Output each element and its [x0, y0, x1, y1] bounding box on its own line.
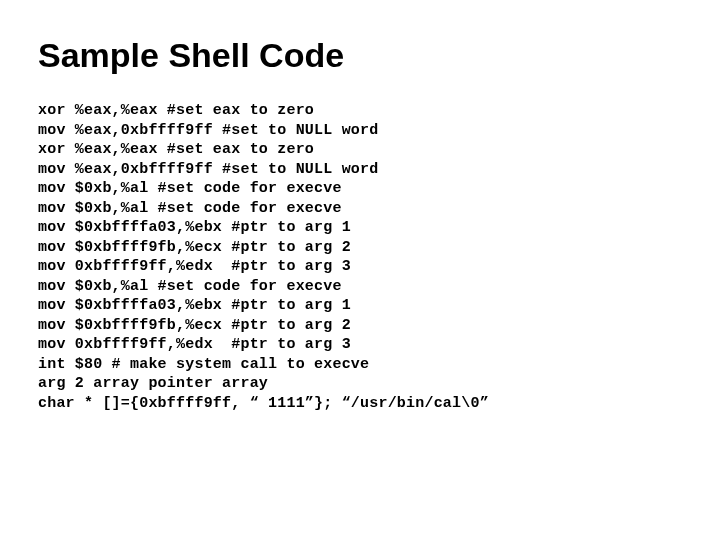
code-line: mov $0xbffff9fb,%ecx #ptr to arg 2 — [38, 238, 682, 258]
code-line: mov $0xbffffa03,%ebx #ptr to arg 1 — [38, 218, 682, 238]
slide-title: Sample Shell Code — [38, 36, 682, 75]
code-line: mov $0xb,%al #set code for execve — [38, 277, 682, 297]
code-line: mov $0xb,%al #set code for execve — [38, 199, 682, 219]
code-line: mov %eax,0xbffff9ff #set to NULL word — [38, 160, 682, 180]
code-line: int $80 # make system call to execve — [38, 355, 682, 375]
code-line: arg 2 array pointer array — [38, 374, 682, 394]
code-line: mov $0xbffff9fb,%ecx #ptr to arg 2 — [38, 316, 682, 336]
code-line: char * []={0xbffff9ff, “ 1111”}; “/usr/b… — [38, 394, 682, 414]
code-line: mov $0xbffffa03,%ebx #ptr to arg 1 — [38, 296, 682, 316]
code-line: mov 0xbffff9ff,%edx #ptr to arg 3 — [38, 335, 682, 355]
code-line: xor %eax,%eax #set eax to zero — [38, 140, 682, 160]
code-line: xor %eax,%eax #set eax to zero — [38, 101, 682, 121]
code-line: mov 0xbffff9ff,%edx #ptr to arg 3 — [38, 257, 682, 277]
slide: Sample Shell Code xor %eax,%eax #set eax… — [0, 0, 720, 540]
code-line: mov %eax,0xbffff9ff #set to NULL word — [38, 121, 682, 141]
code-block: xor %eax,%eax #set eax to zeromov %eax,0… — [38, 101, 682, 413]
code-line: mov $0xb,%al #set code for execve — [38, 179, 682, 199]
